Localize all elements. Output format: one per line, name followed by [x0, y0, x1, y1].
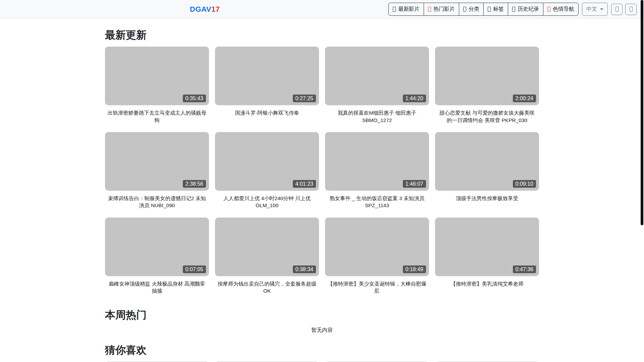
video-thumbnail[interactable]: 2:38:56 [105, 132, 209, 191]
video-thumbnail[interactable]: 2:00:24 [435, 47, 539, 105]
section-heading-latest: 最新更新 [105, 29, 539, 41]
duration-badge: 0:09:10 [513, 180, 536, 188]
language-dropdown[interactable]: 中文 [582, 3, 608, 15]
menu-label: 热门影片 [433, 5, 455, 13]
video-title[interactable]: 巅峰女神顶级精盆 火辣极品身材 高潮颤挛抽搐 [107, 280, 207, 295]
duration-badge: 1:46:07 [403, 180, 426, 188]
menu-label: 分类 [469, 5, 479, 13]
video-card[interactable]: 0:27:25 国漫斗罗-阿银小舞双飞侍奉 [215, 47, 319, 132]
video-thumbnail[interactable]: 1:44:20 [325, 47, 429, 105]
video-title[interactable]: 人人都爱川上优 4小时240分钟 川上优 OLM_100 [217, 195, 317, 209]
vertical-scrollbar-thumb[interactable] [641, 0, 643, 225]
menu-item-tags[interactable]: 标签 [483, 3, 508, 15]
video-title[interactable]: 出轨泄密娇妻跪下去立马变成主人的骚贱母狗 [107, 109, 207, 124]
duration-badge: 0:18:49 [403, 265, 426, 273]
video-thumbnail[interactable]: 4:01:23 [215, 132, 319, 191]
navbar-action-button-2[interactable] [625, 4, 637, 15]
video-card[interactable]: 0:38:34 按摩师为钱出卖自己的骚穴，全套服务超级OK [215, 218, 319, 303]
duration-badge: 0:47:36 [513, 265, 536, 273]
menu-label: 色情导航 [553, 5, 574, 13]
video-card[interactable]: 0:07:05 巅峰女神顶级精盆 火辣极品身材 高潮颤挛抽搐 [105, 218, 209, 303]
video-title[interactable]: 我真的很喜欢M细田惠子 细田惠子 SBMO_1272 [327, 109, 427, 124]
duration-badge: 0:35:43 [183, 95, 206, 102]
hot-films-icon [428, 7, 431, 12]
section-heading-recommended: 猜你喜欢 [105, 344, 539, 356]
latest-video-grid: 0:35:43 出轨泄密娇妻跪下去立马变成主人的骚贱母狗 0:27:25 国漫斗… [105, 47, 539, 303]
video-card[interactable]: 0:18:49 【推特泄密】美少女圣诞特辑，大棒自慰爆肛 [325, 218, 429, 303]
menu-item-history[interactable]: 历史纪录 [508, 3, 543, 15]
video-thumbnail[interactable]: 0:47:36 [435, 218, 539, 276]
video-title[interactable]: 【推特泄密】美乳清纯艾希老师 [437, 280, 537, 287]
history-icon [512, 7, 515, 12]
duration-badge: 2:00:24 [513, 95, 536, 102]
main-content: 最新更新 0:35:43 出轨泄密娇妻跪下去立马变成主人的骚贱母狗 0:27:2… [105, 19, 539, 362]
empty-state-text: 暂无内容 [105, 327, 539, 334]
video-card[interactable]: 0:47:36 【推特泄密】美乳清纯艾希老师 [435, 218, 539, 303]
menu-label: 标签 [493, 5, 504, 13]
duration-badge: 4:01:23 [293, 180, 316, 188]
menu-item-adult-nav[interactable]: 色情导航 [543, 3, 579, 15]
language-label: 中文 [586, 5, 597, 13]
video-title[interactable]: 国漫斗罗-阿银小舞双飞侍奉 [217, 109, 317, 116]
duration-badge: 1:44:20 [403, 95, 426, 102]
duration-badge: 0:07:05 [183, 265, 206, 273]
video-title[interactable]: 束缚训练告白：制服美女的遗憾日记2 未知演员 NUBI_090 [107, 195, 207, 209]
categories-icon [463, 7, 466, 12]
navbar-action-button-1[interactable] [611, 4, 623, 15]
video-thumbnail[interactable]: 0:07:05 [105, 218, 209, 276]
menu-label: 历史纪录 [518, 5, 539, 13]
duration-badge: 2:38:56 [183, 180, 206, 188]
video-title[interactable]: 【推特泄密】美少女圣诞特辑，大棒自慰爆肛 [327, 280, 427, 295]
video-card[interactable]: 1:44:20 我真的很喜欢M细田惠子 细田惠子 SBMO_1272 [325, 47, 429, 132]
menu-item-categories[interactable]: 分类 [459, 3, 484, 15]
menu-item-latest-films[interactable]: 最新影片 [388, 3, 424, 15]
chevron-down-icon [600, 8, 603, 10]
video-thumbnail[interactable]: 0:35:43 [105, 47, 209, 105]
video-card[interactable]: 2:00:24 甜心恋爱文献 与可爱的撒娇女孩大藤美咲的一日调情约会 美咲音 P… [435, 47, 539, 132]
video-thumbnail[interactable]: 0:38:34 [215, 218, 319, 276]
video-card[interactable]: 2:38:56 束缚训练告白：制服美女的遗憾日记2 未知演员 NUBI_090 [105, 132, 209, 218]
adult-nav-icon [547, 7, 550, 12]
video-card[interactable]: 0:35:43 出轨泄密娇妻跪下去立马变成主人的骚贱母狗 [105, 47, 209, 132]
video-thumbnail[interactable]: 0:27:25 [215, 47, 319, 105]
brand-text: DGAV [190, 5, 211, 14]
video-card[interactable]: 4:01:23 人人都爱川上优 4小时240分钟 川上优 OLM_100 [215, 132, 319, 218]
section-heading-weekly: 本周热门 [105, 309, 539, 321]
menu-item-hot-films[interactable]: 热门影片 [424, 3, 459, 15]
main-menu: 最新影片 热门影片 分类 标签 历史纪录 色情导航 [388, 3, 579, 15]
video-title[interactable]: 熟女事件 _ 生动的饭店窃盗案 3 未知演员 SPZ_1143 [327, 195, 427, 209]
video-title[interactable]: 甜心恋爱文献 与可爱的撒娇女孩大藤美咲的一日调情约会 美咲音 PKPR_030 [437, 109, 537, 124]
latest-films-icon [393, 7, 396, 12]
video-thumbnail[interactable]: 0:09:10 [435, 132, 539, 191]
navbar: DGAV17 最新影片 热门影片 分类 标签 历史纪录 色情导航 中文 [0, 0, 644, 19]
video-card[interactable]: 1:46:07 熟女事件 _ 生动的饭店窃盗案 3 未知演员 SPZ_1143 [325, 132, 429, 218]
video-thumbnail[interactable]: 0:18:49 [325, 218, 429, 276]
duration-badge: 0:27:25 [293, 95, 316, 102]
video-title[interactable]: 顶级手法男性按摩极致享受 [437, 195, 537, 202]
menu-label: 最新影片 [398, 5, 420, 13]
duration-badge: 0:38:34 [293, 265, 316, 273]
video-card[interactable]: 0:09:10 顶级手法男性按摩极致享受 [435, 132, 539, 218]
brand-logo[interactable]: DGAV17 [190, 0, 220, 19]
placeholder-glyph-icon [630, 7, 633, 12]
tags-icon [488, 7, 491, 12]
brand-accent: 17 [211, 5, 220, 14]
placeholder-glyph-icon [615, 7, 619, 12]
video-thumbnail[interactable]: 1:46:07 [325, 132, 429, 191]
video-title[interactable]: 按摩师为钱出卖自己的骚穴，全套服务超级OK [217, 280, 317, 295]
